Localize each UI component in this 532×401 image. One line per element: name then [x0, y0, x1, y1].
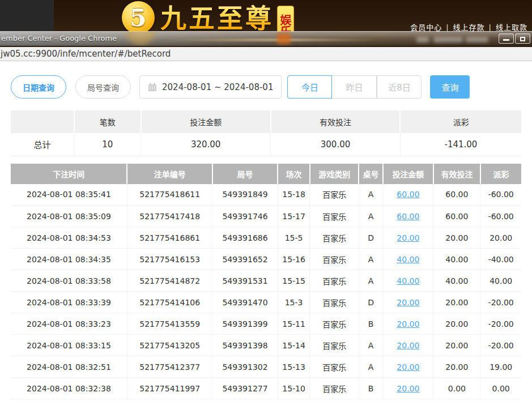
session: 15-11: [278, 313, 310, 335]
bet-time: 2024-08-01 08:33:58: [11, 270, 127, 292]
bet-time: 2024-08-01 08:35:41: [11, 184, 127, 206]
quick-range-group: 今日 昨日 近8日: [287, 75, 422, 99]
window-title: ember Center - Google Chrome: [1, 34, 117, 42]
blurred-account-info: [433, 37, 463, 42]
bet-amount-link[interactable]: 20.00: [397, 384, 419, 393]
bet-id: 521775416153: [127, 249, 212, 270]
last-8-days-button[interactable]: 近8日: [377, 75, 422, 99]
valid-bet: 20.00: [433, 227, 480, 249]
game-type: 百家乐: [310, 206, 359, 227]
session: 15-5: [278, 227, 310, 249]
bet-amount-link[interactable]: 20.00: [397, 341, 419, 350]
game-type: 百家乐: [310, 227, 359, 249]
bet-amount-cell: 20.00: [383, 292, 433, 313]
bet-record-page: 日期查询 局号查询 2024-08-01 ~ 2024-08-01 今日 昨日 …: [0, 62, 532, 401]
bet-id: 521775417418: [127, 206, 212, 227]
session: 15-3: [278, 292, 310, 313]
table-row: 2024-08-01 08:34:35 521775416153 5493916…: [11, 249, 521, 270]
table-code: A: [359, 270, 382, 292]
table-row: 2024-08-01 08:32:38 521775411997 5493912…: [11, 378, 521, 399]
table-code: B: [359, 313, 382, 335]
yesterday-button[interactable]: 昨日: [332, 75, 377, 99]
window-titlebar[interactable]: ember Center - Google Chrome: [0, 31, 532, 46]
valid-bet: 60.00: [433, 184, 480, 206]
bet-amount-cell: 40.00: [383, 249, 433, 270]
bet-amount-cell: 40.00: [383, 270, 433, 292]
round-id: 549391531: [212, 270, 278, 292]
bet-amount-cell: 20.00: [383, 356, 433, 378]
minimize-icon: [503, 39, 509, 41]
round-id: 549391302: [212, 356, 278, 378]
table-code: D: [359, 292, 382, 313]
nav-online-withdraw[interactable]: 线上取款: [496, 23, 527, 32]
game-type: 百家乐: [310, 378, 359, 399]
bet-time: 2024-08-01 08:32:38: [11, 378, 127, 399]
table-row: 2024-08-01 08:33:23 521775413559 5493913…: [11, 313, 521, 335]
bet-amount-link[interactable]: 20.00: [397, 319, 419, 329]
round-id: 549391746: [212, 206, 278, 227]
summary-total-row: 总计 10 320.00 300.00 -141.00: [11, 133, 521, 156]
nav-member-center[interactable]: 会员中心: [410, 23, 442, 32]
table-code: A: [359, 184, 382, 206]
session: 15-15: [278, 270, 310, 292]
bet-amount-link[interactable]: 60.00: [397, 190, 419, 199]
session: 15-14: [278, 335, 310, 356]
round-id: 549391399: [212, 313, 278, 335]
total-label: 总计: [11, 133, 74, 156]
bet-amount-link[interactable]: 40.00: [397, 255, 419, 264]
bet-amount-cell: 20.00: [383, 227, 433, 249]
summary-header-bet-amount: 投注金额: [141, 110, 271, 133]
total-bet-amount: 320.00: [141, 133, 271, 156]
round-id: 549391277: [212, 378, 278, 399]
summary-header-row: 笔数 投注金额 有效投注 派彩: [11, 110, 521, 133]
bet-id: 521775411997: [127, 378, 212, 399]
date-query-tab[interactable]: 日期查询: [11, 75, 66, 99]
table-code: D: [359, 227, 382, 249]
blurred-account-info: [466, 37, 488, 42]
valid-bet: 20.00: [433, 356, 480, 378]
total-payout: -141.00: [400, 133, 521, 156]
nav-online-deposit[interactable]: 线上存款: [453, 23, 485, 32]
table-row: 2024-08-01 08:33:15 521775413205 5493913…: [11, 335, 521, 356]
game-type: 百家乐: [310, 313, 359, 335]
maximize-button[interactable]: [515, 33, 530, 44]
bet-amount-link[interactable]: 20.00: [397, 362, 419, 372]
round-id: 549391652: [212, 249, 278, 270]
valid-bet: 20.00: [433, 335, 480, 356]
valid-bet: 40.00: [433, 249, 480, 270]
summary-header-blank: [11, 110, 74, 133]
logo-title: 九五至尊: [160, 1, 274, 35]
today-button[interactable]: 今日: [287, 75, 332, 99]
bet-amount-link[interactable]: 20.00: [397, 233, 419, 242]
total-valid-bet: 300.00: [271, 133, 401, 156]
header-bet-amount: 投注金额: [383, 164, 433, 184]
nav-separator: |: [446, 23, 449, 32]
calendar-icon: [148, 83, 157, 92]
round-query-tab[interactable]: 局号查询: [75, 75, 131, 99]
table-row: 2024-08-01 08:33:58 521775414872 5493915…: [11, 270, 521, 292]
header-payout: 派彩: [480, 164, 521, 184]
payout: -20.00: [480, 292, 521, 313]
payout: 40.00: [480, 270, 521, 292]
desktop-background: [0, 0, 54, 32]
bet-amount-link[interactable]: 20.00: [397, 298, 419, 307]
bet-amount-link[interactable]: 60.00: [397, 212, 419, 221]
game-type: 百家乐: [310, 292, 359, 313]
bet-id: 521775413559: [127, 313, 212, 335]
bet-amount-cell: 60.00: [383, 206, 433, 227]
address-bar[interactable]: jw05.cc:9900/infe/mcenter/#/betRecord: [0, 47, 532, 61]
date-range-input[interactable]: 2024-08-01 ~ 2024-08-01: [139, 75, 282, 99]
glass-reflection-badge: [277, 33, 291, 44]
game-type: 百家乐: [310, 270, 359, 292]
table-row: 2024-08-01 08:35:41 521775418611 5493918…: [11, 184, 521, 206]
summary-header-payout: 派彩: [400, 110, 521, 133]
minimize-button[interactable]: [499, 33, 514, 44]
bet-time: 2024-08-01 08:34:53: [11, 227, 127, 249]
round-id: 549391849: [212, 184, 278, 206]
bet-time: 2024-08-01 08:33:23: [11, 313, 127, 335]
bet-amount-link[interactable]: 40.00: [397, 276, 419, 285]
search-button[interactable]: 查询: [430, 75, 470, 99]
maximize-icon: [520, 37, 525, 41]
valid-bet: 60.00: [433, 206, 480, 227]
bet-amount-cell: 20.00: [383, 313, 433, 335]
